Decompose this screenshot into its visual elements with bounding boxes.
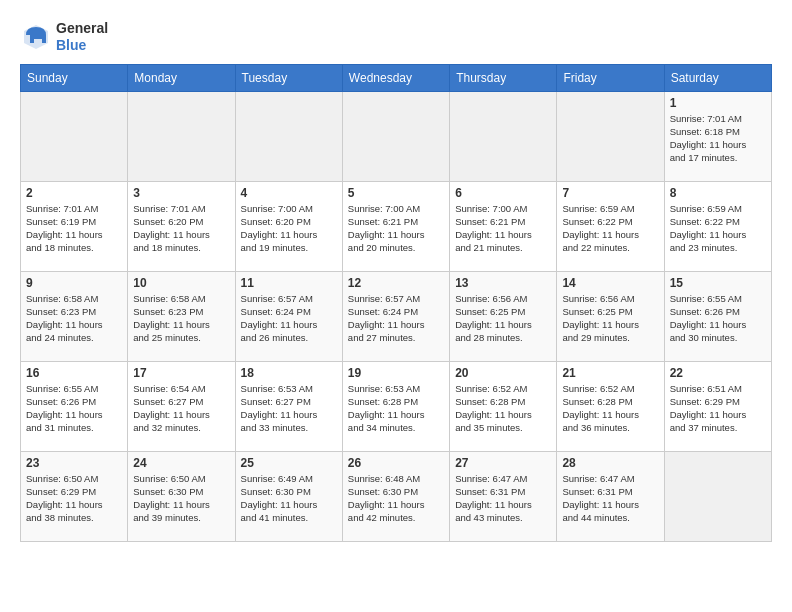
day-cell [557, 91, 664, 181]
day-info: Sunrise: 6:56 AM Sunset: 6:25 PM Dayligh… [455, 292, 551, 345]
day-info: Sunrise: 7:01 AM Sunset: 6:19 PM Dayligh… [26, 202, 122, 255]
day-info: Sunrise: 6:55 AM Sunset: 6:26 PM Dayligh… [26, 382, 122, 435]
day-cell: 14Sunrise: 6:56 AM Sunset: 6:25 PM Dayli… [557, 271, 664, 361]
header-cell-saturday: Saturday [664, 64, 771, 91]
day-info: Sunrise: 6:58 AM Sunset: 6:23 PM Dayligh… [26, 292, 122, 345]
day-cell: 18Sunrise: 6:53 AM Sunset: 6:27 PM Dayli… [235, 361, 342, 451]
day-cell: 13Sunrise: 6:56 AM Sunset: 6:25 PM Dayli… [450, 271, 557, 361]
day-cell [235, 91, 342, 181]
day-number: 27 [455, 456, 551, 470]
day-info: Sunrise: 6:53 AM Sunset: 6:27 PM Dayligh… [241, 382, 337, 435]
day-info: Sunrise: 6:47 AM Sunset: 6:31 PM Dayligh… [455, 472, 551, 525]
day-info: Sunrise: 6:56 AM Sunset: 6:25 PM Dayligh… [562, 292, 658, 345]
day-cell: 9Sunrise: 6:58 AM Sunset: 6:23 PM Daylig… [21, 271, 128, 361]
day-cell: 22Sunrise: 6:51 AM Sunset: 6:29 PM Dayli… [664, 361, 771, 451]
header: General Blue [20, 20, 772, 54]
header-cell-sunday: Sunday [21, 64, 128, 91]
day-number: 2 [26, 186, 122, 200]
header-row: SundayMondayTuesdayWednesdayThursdayFrid… [21, 64, 772, 91]
day-cell: 12Sunrise: 6:57 AM Sunset: 6:24 PM Dayli… [342, 271, 449, 361]
day-info: Sunrise: 6:57 AM Sunset: 6:24 PM Dayligh… [241, 292, 337, 345]
day-info: Sunrise: 6:52 AM Sunset: 6:28 PM Dayligh… [455, 382, 551, 435]
day-number: 10 [133, 276, 229, 290]
day-info: Sunrise: 6:59 AM Sunset: 6:22 PM Dayligh… [562, 202, 658, 255]
day-info: Sunrise: 6:50 AM Sunset: 6:29 PM Dayligh… [26, 472, 122, 525]
week-row-3: 9Sunrise: 6:58 AM Sunset: 6:23 PM Daylig… [21, 271, 772, 361]
calendar-header: SundayMondayTuesdayWednesdayThursdayFrid… [21, 64, 772, 91]
day-cell: 27Sunrise: 6:47 AM Sunset: 6:31 PM Dayli… [450, 451, 557, 541]
day-info: Sunrise: 6:48 AM Sunset: 6:30 PM Dayligh… [348, 472, 444, 525]
day-cell: 1Sunrise: 7:01 AM Sunset: 6:18 PM Daylig… [664, 91, 771, 181]
day-cell: 16Sunrise: 6:55 AM Sunset: 6:26 PM Dayli… [21, 361, 128, 451]
day-info: Sunrise: 6:55 AM Sunset: 6:26 PM Dayligh… [670, 292, 766, 345]
day-info: Sunrise: 6:50 AM Sunset: 6:30 PM Dayligh… [133, 472, 229, 525]
day-number: 23 [26, 456, 122, 470]
day-number: 19 [348, 366, 444, 380]
day-number: 6 [455, 186, 551, 200]
header-cell-monday: Monday [128, 64, 235, 91]
day-cell: 21Sunrise: 6:52 AM Sunset: 6:28 PM Dayli… [557, 361, 664, 451]
day-number: 20 [455, 366, 551, 380]
day-cell [128, 91, 235, 181]
day-number: 16 [26, 366, 122, 380]
day-info: Sunrise: 7:00 AM Sunset: 6:21 PM Dayligh… [455, 202, 551, 255]
day-number: 13 [455, 276, 551, 290]
header-cell-tuesday: Tuesday [235, 64, 342, 91]
day-cell: 23Sunrise: 6:50 AM Sunset: 6:29 PM Dayli… [21, 451, 128, 541]
day-cell: 3Sunrise: 7:01 AM Sunset: 6:20 PM Daylig… [128, 181, 235, 271]
day-cell: 26Sunrise: 6:48 AM Sunset: 6:30 PM Dayli… [342, 451, 449, 541]
day-info: Sunrise: 6:51 AM Sunset: 6:29 PM Dayligh… [670, 382, 766, 435]
day-info: Sunrise: 6:49 AM Sunset: 6:30 PM Dayligh… [241, 472, 337, 525]
logo: General Blue [20, 20, 108, 54]
header-cell-thursday: Thursday [450, 64, 557, 91]
day-cell: 25Sunrise: 6:49 AM Sunset: 6:30 PM Dayli… [235, 451, 342, 541]
day-number: 5 [348, 186, 444, 200]
day-info: Sunrise: 7:01 AM Sunset: 6:20 PM Dayligh… [133, 202, 229, 255]
day-cell: 19Sunrise: 6:53 AM Sunset: 6:28 PM Dayli… [342, 361, 449, 451]
week-row-1: 1Sunrise: 7:01 AM Sunset: 6:18 PM Daylig… [21, 91, 772, 181]
header-cell-wednesday: Wednesday [342, 64, 449, 91]
calendar-table: SundayMondayTuesdayWednesdayThursdayFrid… [20, 64, 772, 542]
week-row-4: 16Sunrise: 6:55 AM Sunset: 6:26 PM Dayli… [21, 361, 772, 451]
day-number: 7 [562, 186, 658, 200]
day-cell: 28Sunrise: 6:47 AM Sunset: 6:31 PM Dayli… [557, 451, 664, 541]
day-number: 1 [670, 96, 766, 110]
day-cell [664, 451, 771, 541]
day-number: 22 [670, 366, 766, 380]
day-cell [342, 91, 449, 181]
day-cell: 7Sunrise: 6:59 AM Sunset: 6:22 PM Daylig… [557, 181, 664, 271]
day-cell: 6Sunrise: 7:00 AM Sunset: 6:21 PM Daylig… [450, 181, 557, 271]
day-number: 9 [26, 276, 122, 290]
day-number: 17 [133, 366, 229, 380]
day-cell: 11Sunrise: 6:57 AM Sunset: 6:24 PM Dayli… [235, 271, 342, 361]
day-number: 21 [562, 366, 658, 380]
day-number: 24 [133, 456, 229, 470]
day-number: 3 [133, 186, 229, 200]
calendar-body: 1Sunrise: 7:01 AM Sunset: 6:18 PM Daylig… [21, 91, 772, 541]
day-info: Sunrise: 6:54 AM Sunset: 6:27 PM Dayligh… [133, 382, 229, 435]
day-number: 8 [670, 186, 766, 200]
day-cell: 8Sunrise: 6:59 AM Sunset: 6:22 PM Daylig… [664, 181, 771, 271]
day-info: Sunrise: 7:01 AM Sunset: 6:18 PM Dayligh… [670, 112, 766, 165]
day-cell: 4Sunrise: 7:00 AM Sunset: 6:20 PM Daylig… [235, 181, 342, 271]
day-number: 14 [562, 276, 658, 290]
day-info: Sunrise: 6:53 AM Sunset: 6:28 PM Dayligh… [348, 382, 444, 435]
day-info: Sunrise: 7:00 AM Sunset: 6:20 PM Dayligh… [241, 202, 337, 255]
day-cell: 5Sunrise: 7:00 AM Sunset: 6:21 PM Daylig… [342, 181, 449, 271]
day-info: Sunrise: 6:47 AM Sunset: 6:31 PM Dayligh… [562, 472, 658, 525]
day-number: 15 [670, 276, 766, 290]
day-number: 11 [241, 276, 337, 290]
day-number: 4 [241, 186, 337, 200]
day-number: 26 [348, 456, 444, 470]
day-info: Sunrise: 6:52 AM Sunset: 6:28 PM Dayligh… [562, 382, 658, 435]
logo-icon [20, 21, 52, 53]
day-number: 18 [241, 366, 337, 380]
day-number: 25 [241, 456, 337, 470]
day-cell [21, 91, 128, 181]
day-cell [450, 91, 557, 181]
day-cell: 24Sunrise: 6:50 AM Sunset: 6:30 PM Dayli… [128, 451, 235, 541]
day-number: 12 [348, 276, 444, 290]
day-info: Sunrise: 6:57 AM Sunset: 6:24 PM Dayligh… [348, 292, 444, 345]
day-info: Sunrise: 6:59 AM Sunset: 6:22 PM Dayligh… [670, 202, 766, 255]
day-cell: 10Sunrise: 6:58 AM Sunset: 6:23 PM Dayli… [128, 271, 235, 361]
